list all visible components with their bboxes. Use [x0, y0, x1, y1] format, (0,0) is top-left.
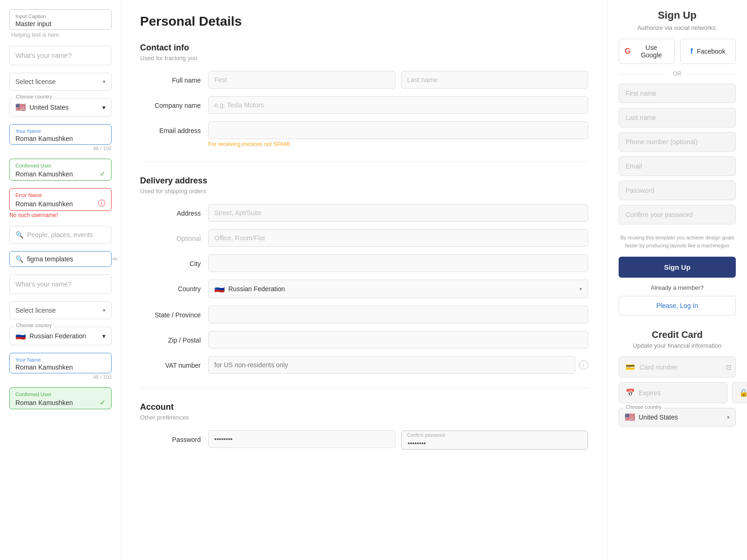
country-value-2: Russian Federation: [29, 332, 86, 340]
or-divider: OR: [619, 70, 736, 77]
signup-firstname-input[interactable]: [619, 84, 736, 103]
search-field-1[interactable]: 🔍: [9, 226, 112, 244]
char-count-2: 48 / 100: [9, 374, 112, 380]
vat-input[interactable]: [208, 356, 575, 374]
email-input[interactable]: [208, 121, 588, 139]
city-input[interactable]: [208, 254, 588, 272]
middle-column: Personal Details Contact info Used for t…: [121, 0, 607, 560]
cc-expires-cvv-row: 📅 🔒: [619, 382, 736, 403]
first-name-input[interactable]: [208, 71, 395, 89]
facebook-icon: f: [691, 47, 693, 56]
country-select-2[interactable]: Choose country 🇷🇺 Russian Federation ▾: [9, 327, 112, 345]
last-name-input[interactable]: [401, 71, 588, 89]
your-name-input[interactable]: [15, 135, 106, 142]
cvv-field[interactable]: 🔒: [732, 382, 747, 403]
error-message: No such username!: [9, 212, 112, 218]
state-label: State / Province: [140, 306, 201, 319]
signup-button[interactable]: Sign Up: [619, 257, 736, 278]
country-select-delivery[interactable]: 🇷🇺 Russian Federation ▾: [208, 280, 588, 298]
chevron-down-icon-1: ▾: [103, 78, 106, 85]
lock-icon: 🔒: [739, 388, 747, 397]
card-number-input[interactable]: [640, 364, 721, 371]
chevron-down-icon-delivery: ▾: [579, 286, 582, 292]
cc-country-value: United States: [639, 413, 678, 421]
signup-email-input[interactable]: [619, 156, 736, 176]
zip-row: Zip / Postal: [140, 331, 588, 349]
page-title: Personal Details: [140, 14, 588, 29]
check-icon-2: ✓: [99, 398, 106, 407]
your-name-field-2[interactable]: Your Name: [9, 353, 112, 373]
optional-label: Optional: [140, 229, 201, 242]
section-delivery-sub: Used for shipping orders: [140, 188, 588, 195]
confirm-pwd-float-label: Confirm password: [407, 433, 445, 438]
input-caption-label: Input Caption: [15, 14, 106, 19]
flag-ru-1: 🇷🇺: [15, 332, 26, 340]
optional-row: Optional: [140, 229, 588, 247]
google-icon: G: [625, 47, 630, 56]
search-active-field[interactable]: 🔍 ✏: [9, 251, 112, 267]
chevron-down-icon-4: ▾: [102, 332, 106, 340]
facebook-label: Facebook: [697, 48, 725, 55]
cc-country-label: Choose country: [624, 404, 663, 410]
section-contact-sub: Used for tracking you: [140, 55, 588, 62]
address-label: Address: [140, 204, 201, 217]
zip-input[interactable]: [208, 331, 588, 349]
state-input[interactable]: [208, 306, 588, 323]
confirmed-user-label-2: Confirmed User: [15, 392, 106, 397]
signup-phone-input[interactable]: [619, 132, 736, 152]
confirmed-user-input-2[interactable]: [15, 399, 99, 406]
company-label: Company name: [140, 96, 201, 109]
select-license-label-1: Select license: [15, 78, 56, 85]
company-input[interactable]: [208, 96, 588, 114]
section-contact-title: Contact info: [140, 43, 588, 53]
expires-input[interactable]: [639, 389, 720, 397]
flag-ru-delivery: 🇷🇺: [214, 285, 225, 293]
select-license-1[interactable]: Select license ▾: [9, 73, 112, 91]
google-button[interactable]: G Use Google: [619, 39, 675, 64]
already-member-text: Already a member?: [619, 284, 736, 291]
email-label: Email address: [140, 121, 201, 134]
input-caption-input[interactable]: [15, 20, 106, 28]
right-column: Sign Up Authorize via social networks: G…: [607, 0, 747, 560]
login-button[interactable]: Please, Log In: [619, 296, 736, 315]
your-name-input-2[interactable]: [15, 364, 106, 371]
select-license-2[interactable]: Select license ▾: [9, 301, 112, 319]
select-license-label-2: Select license: [15, 307, 56, 314]
card-number-field[interactable]: 💳 ⊡: [619, 357, 736, 378]
chevron-down-icon-3: ▾: [103, 307, 106, 314]
password-input[interactable]: [208, 430, 395, 448]
state-row: State / Province: [140, 306, 588, 323]
error-name-label: Error Name: [15, 192, 106, 198]
signup-lastname-input[interactable]: [619, 108, 736, 127]
flag-us-cc: 🇺🇸: [625, 413, 635, 421]
confirmed-user-input[interactable]: [15, 170, 99, 178]
input-caption-field[interactable]: Input Caption: [9, 9, 112, 30]
plain-input-2[interactable]: [9, 274, 112, 294]
expires-field[interactable]: 📅: [619, 382, 727, 403]
optional-input[interactable]: [208, 229, 588, 247]
confirmed-user-field-2[interactable]: Confirmed User ✓: [9, 387, 112, 409]
confirmed-user-field[interactable]: Confirmed User ✓: [9, 159, 112, 181]
password-row: Password Confirm password: [140, 430, 588, 450]
error-name-input[interactable]: [15, 200, 98, 208]
address-row: Address: [140, 204, 588, 222]
your-name-field[interactable]: Your Name: [9, 124, 112, 145]
password-label: Password: [140, 430, 201, 443]
cc-country-select[interactable]: Choose country 🇺🇸 United States ▾: [619, 408, 736, 427]
plain-input-1[interactable]: [9, 46, 112, 65]
edit-icon: ✏: [113, 255, 118, 263]
chevron-down-icon-cc: ▾: [727, 414, 730, 420]
confirmed-user-label: Confirmed User: [15, 163, 106, 168]
email-hint: For receiving invoices not SPAM!: [208, 141, 588, 147]
signup-confirm-password-input[interactable]: [619, 205, 736, 224]
search-active-input[interactable]: [27, 255, 109, 263]
signup-password-input[interactable]: [619, 181, 736, 200]
signup-title: Sign Up: [619, 9, 736, 21]
country-label: Country: [140, 280, 201, 293]
address-input[interactable]: [208, 204, 588, 222]
error-name-field[interactable]: Error Name ⓘ: [9, 188, 112, 211]
search-input-1[interactable]: [27, 231, 109, 238]
country-select-1[interactable]: Choose country 🇺🇸 United States ▾: [9, 98, 112, 117]
fullname-row: Full name: [140, 71, 588, 89]
facebook-button[interactable]: f Facebook: [680, 39, 736, 64]
